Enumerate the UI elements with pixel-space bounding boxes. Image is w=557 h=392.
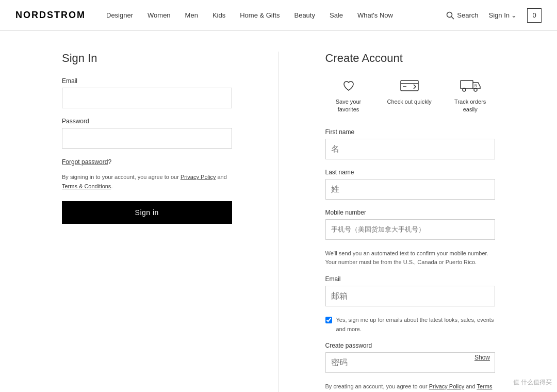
signin-terms-text: By signing in to your account, you agree… (62, 173, 232, 191)
search-icon (446, 11, 454, 20)
svg-point-0 (447, 12, 452, 17)
last-name-label: Last name (325, 169, 496, 176)
email-optin-label: Yes, sign me up for emails about the lat… (336, 316, 496, 334)
search-label: Search (457, 11, 478, 19)
heart-icon (338, 77, 359, 94)
create-privacy-link[interactable]: Privacy Policy (429, 383, 464, 389)
main-content: Sign In Email Password Forgot password? … (0, 31, 557, 392)
first-name-group: First name (325, 128, 496, 159)
email-optin-checkbox[interactable] (325, 317, 332, 323)
signin-label: Sign In (489, 11, 510, 19)
create-terms-text: By creating an account, you agree to our… (325, 382, 496, 392)
benefit-track: N Track orders easily (447, 77, 494, 114)
svg-text:N: N (474, 84, 477, 87)
nav-beauty[interactable]: Beauty (294, 11, 315, 19)
email-label: Email (62, 77, 232, 85)
signin-title: Sign In (62, 52, 232, 65)
forgot-password-row: Forgot password? (62, 158, 232, 166)
nav-home-gifts[interactable]: Home & Gifts (240, 11, 280, 19)
chevron-down-icon: ⌄ (511, 11, 517, 19)
privacy-policy-link[interactable]: Privacy Policy (181, 174, 216, 180)
signin-section: Sign In Email Password Forgot password? … (62, 52, 232, 392)
benefit-favorites: Save your favorites (325, 77, 372, 114)
nav-men[interactable]: Men (185, 11, 198, 19)
email-optin-row: Yes, sign me up for emails about the lat… (325, 316, 496, 334)
benefits-row: Save your favorites Check out quickly (325, 77, 496, 114)
forgot-password-link[interactable]: Forgot password (62, 158, 108, 166)
nav-women[interactable]: Women (148, 11, 171, 19)
last-name-field[interactable] (325, 179, 496, 200)
create-email-field[interactable] (325, 286, 496, 306)
nav-designer[interactable]: Designer (106, 11, 133, 19)
create-email-group: Email (325, 275, 496, 306)
mobile-group: Mobile number (325, 209, 496, 240)
create-section: Create Account Save your favorites (325, 52, 496, 392)
signin-header-button[interactable]: Sign In ⌄ (489, 11, 517, 19)
forgot-suffix: ? (108, 158, 111, 166)
section-divider (278, 52, 279, 392)
first-name-label: First name (325, 128, 496, 136)
main-nav: Designer Women Men Kids Home & Gifts Bea… (106, 11, 446, 19)
svg-rect-2 (401, 80, 418, 91)
svg-line-1 (452, 17, 454, 19)
create-password-label: Create password (325, 342, 496, 349)
watermark: 值 什么值得买 (513, 378, 552, 387)
create-email-label: Email (325, 275, 496, 283)
nav-kids[interactable]: Kids (212, 11, 225, 19)
benefit-favorites-label: Save your favorites (325, 98, 372, 114)
create-title: Create Account (325, 52, 496, 65)
terms-conditions-link[interactable]: Terms & Conditions (62, 183, 111, 189)
nav-sale[interactable]: Sale (330, 11, 343, 19)
truck-icon: N (460, 77, 481, 94)
email-field[interactable] (62, 88, 232, 108)
benefit-checkout: Check out quickly (387, 77, 432, 114)
cart-count: 0 (532, 11, 536, 19)
benefit-track-label: Track orders easily (447, 98, 494, 114)
card-icon (399, 77, 420, 94)
header-right: Search Sign In ⌄ 0 (446, 8, 542, 23)
password-field[interactable] (62, 128, 232, 149)
last-name-group: Last name (325, 169, 496, 200)
mobile-label: Mobile number (325, 209, 496, 216)
password-group: Password (62, 118, 232, 149)
create-password-field[interactable] (325, 352, 496, 373)
search-button[interactable]: Search (446, 11, 478, 20)
create-password-group: Create password Show (325, 342, 496, 373)
svg-rect-5 (461, 80, 473, 89)
signin-button[interactable]: Sign in (62, 201, 232, 224)
mobile-field[interactable] (325, 219, 496, 240)
password-label: Password (62, 118, 232, 125)
benefit-checkout-label: Check out quickly (387, 98, 432, 106)
cart-button[interactable]: 0 (527, 8, 542, 23)
show-password-button[interactable]: Show (474, 354, 490, 361)
logo: NORDSTROM (15, 10, 86, 21)
nav-whats-now[interactable]: What's Now (357, 11, 393, 19)
first-name-field[interactable] (325, 139, 496, 159)
email-group: Email (62, 77, 232, 108)
header: NORDSTROM Designer Women Men Kids Home &… (0, 0, 557, 31)
mobile-note: We'll send you an automated text to conf… (325, 249, 496, 267)
